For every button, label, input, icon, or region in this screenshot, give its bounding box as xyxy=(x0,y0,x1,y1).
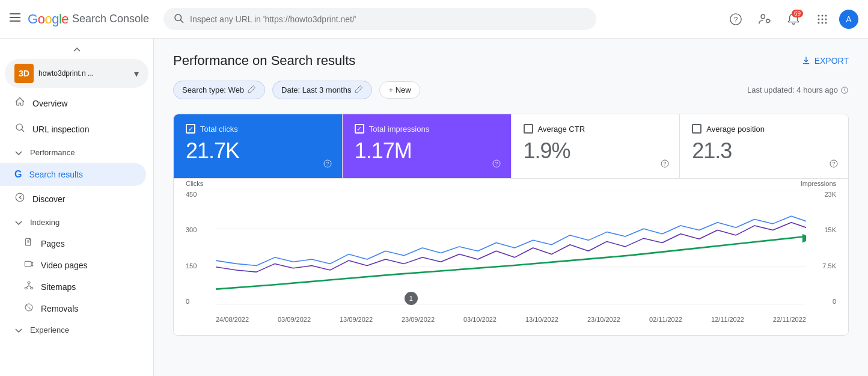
svg-text:?: ? xyxy=(833,161,836,167)
url-inspection-label: URL inspection xyxy=(32,125,89,134)
svg-point-20 xyxy=(822,22,824,23)
export-button[interactable]: EXPORT xyxy=(801,56,849,66)
sidebar-item-video-pages[interactable]: Video pages xyxy=(0,254,146,276)
svg-point-19 xyxy=(818,22,820,23)
svg-rect-33 xyxy=(31,288,33,289)
product-name: Search Console xyxy=(72,13,149,25)
metric-average-ctr[interactable]: Average CTR 1.9% ? xyxy=(512,114,680,178)
chart-y-right-labels: 23K 15K 7.5K 0 xyxy=(806,191,836,305)
section-indexing-label: Indexing xyxy=(30,218,60,227)
svg-point-21 xyxy=(825,22,827,23)
main-content: Performance on Search results EXPORT Sea… xyxy=(154,39,868,376)
svg-text:?: ? xyxy=(326,161,329,167)
home-icon xyxy=(14,96,25,110)
new-filter-label: + New xyxy=(388,85,411,94)
sidebar-item-url-inspection[interactable]: URL inspection xyxy=(0,116,146,142)
svg-point-18 xyxy=(825,18,827,20)
video-pages-label: Video pages xyxy=(41,260,88,270)
property-name: howto3dprint.n ... xyxy=(38,69,129,78)
search-icon xyxy=(173,13,184,25)
impressions-help-icon[interactable]: ? xyxy=(492,159,501,171)
x-label-6: 23/10/2022 xyxy=(587,316,620,323)
date-filter[interactable]: Date: Last 3 months xyxy=(272,81,372,99)
metric-average-position[interactable]: Average position 21.3 ? xyxy=(680,114,848,178)
svg-rect-31 xyxy=(28,282,30,283)
svg-text:?: ? xyxy=(664,161,667,167)
metric-total-clicks[interactable]: Total clicks 21.7K ? xyxy=(174,114,343,178)
url-search-input[interactable] xyxy=(190,14,587,24)
position-value: 21.3 xyxy=(692,138,836,164)
section-experience[interactable]: Experience xyxy=(0,319,153,341)
svg-text:?: ? xyxy=(495,161,498,167)
section-performance[interactable]: Performance xyxy=(0,142,153,163)
svg-marker-52 xyxy=(802,234,806,243)
property-selector[interactable]: 3D howto3dprint.n ... ▾ xyxy=(5,59,148,88)
y-left-3: 0 xyxy=(186,298,216,305)
x-label-8: 12/11/2022 xyxy=(711,316,744,323)
sitemaps-icon xyxy=(24,281,34,293)
sidebar-item-removals[interactable]: Removals xyxy=(0,298,146,319)
sidebar-item-search-results[interactable]: G Search results xyxy=(0,163,146,186)
header: Google Search Console ? 69 A xyxy=(0,0,868,39)
svg-point-14 xyxy=(822,14,824,16)
sidebar-item-sitemaps[interactable]: Sitemaps xyxy=(0,276,146,298)
y-left-0: 450 xyxy=(186,191,216,198)
menu-icon[interactable] xyxy=(10,12,20,26)
export-label: EXPORT xyxy=(815,56,849,66)
ctr-label: Average CTR xyxy=(538,125,585,134)
avatar[interactable]: A xyxy=(839,10,858,29)
svg-line-4 xyxy=(180,20,183,22)
search-type-edit-icon xyxy=(248,85,256,95)
date-label: Date: Last 3 months xyxy=(281,85,351,94)
svg-rect-1 xyxy=(10,17,20,18)
sidebar: 3D howto3dprint.n ... ▾ Overview URL ins… xyxy=(0,39,154,376)
section-indexing[interactable]: Indexing xyxy=(0,212,153,233)
metric-total-impressions[interactable]: Total impressions 1.17M ? xyxy=(343,114,512,178)
position-label: Average position xyxy=(706,125,765,134)
chart-x-labels: 24/08/2022 03/09/2022 13/09/2022 23/09/2… xyxy=(216,316,806,323)
clicks-value: 21.7K xyxy=(186,138,330,164)
svg-point-8 xyxy=(766,19,770,23)
sidebar-item-overview[interactable]: Overview xyxy=(0,90,146,116)
removals-icon xyxy=(24,303,34,315)
x-label-9: 22/11/2022 xyxy=(773,316,806,323)
search-type-label: Search type: Web xyxy=(182,85,244,94)
chart-marker-label: 1 xyxy=(409,295,413,302)
chart-axis-right-label: Impressions xyxy=(801,180,836,187)
section-performance-label: Performance xyxy=(30,148,75,157)
help-button[interactable]: ? xyxy=(724,7,748,31)
y-left-1: 300 xyxy=(186,226,216,233)
removals-label: Removals xyxy=(41,304,78,313)
search-results-label: Search results xyxy=(29,170,82,179)
svg-rect-30 xyxy=(25,261,31,267)
header-actions: ? 69 A xyxy=(724,7,858,31)
manage-accounts-button[interactable] xyxy=(753,7,777,31)
url-inspection-icon xyxy=(14,122,25,136)
chart-area: Clicks Impressions 450 300 150 0 23K 15K… xyxy=(186,191,836,323)
svg-line-36 xyxy=(29,286,32,288)
chart-marker[interactable]: 1 xyxy=(405,292,418,305)
impressions-checkbox[interactable] xyxy=(355,124,364,134)
clicks-checkbox[interactable] xyxy=(186,124,195,134)
position-help-icon[interactable]: ? xyxy=(829,159,839,171)
notifications-button[interactable]: 69 xyxy=(781,7,805,31)
clicks-help-icon[interactable]: ? xyxy=(323,159,332,171)
date-edit-icon xyxy=(355,85,363,95)
url-search-bar[interactable] xyxy=(164,8,596,30)
y-left-2: 150 xyxy=(186,262,216,270)
svg-point-16 xyxy=(818,18,820,20)
ctr-checkbox[interactable] xyxy=(524,124,533,134)
ctr-help-icon[interactable]: ? xyxy=(660,159,670,171)
search-type-filter[interactable]: Search type: Web xyxy=(173,81,265,99)
chart-axis-left-label: Clicks xyxy=(186,180,203,187)
logo: Google Search Console xyxy=(28,11,149,27)
new-filter-button[interactable]: + New xyxy=(379,81,420,99)
svg-marker-25 xyxy=(19,196,22,199)
apps-button[interactable] xyxy=(810,7,834,31)
sidebar-item-pages[interactable]: Pages xyxy=(0,233,146,254)
position-checkbox[interactable] xyxy=(692,124,701,134)
sidebar-item-discover[interactable]: Discover xyxy=(0,186,146,212)
x-label-2: 13/09/2022 xyxy=(340,316,373,323)
sidebar-scroll-up[interactable] xyxy=(0,43,153,57)
svg-point-13 xyxy=(818,14,820,16)
